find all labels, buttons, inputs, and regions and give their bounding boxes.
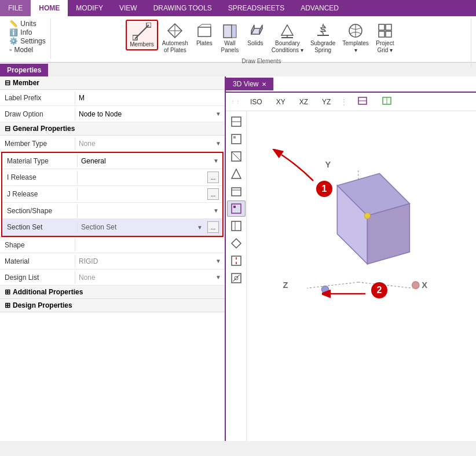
svg-rect-35	[232, 134, 241, 144]
svg-line-7	[175, 24, 182, 31]
i-release-label: I Release	[2, 171, 78, 184]
material-arrow[interactable]: ▼	[215, 258, 221, 264]
view-toolbar: ⋮⋮ ISO XY XZ YZ ⋮	[226, 93, 476, 111]
material-type-arrow[interactable]: ▼	[213, 158, 219, 164]
properties-tab[interactable]: Properties	[0, 64, 48, 76]
left-tool-5[interactable]	[227, 183, 246, 199]
ribbon-model[interactable]: ▫ Model	[9, 46, 33, 54]
ribbon-info[interactable]: ℹ️ Info	[9, 28, 32, 37]
shape-label: Shape	[0, 239, 75, 251]
yz-btn[interactable]: YZ	[317, 97, 335, 107]
general-section-header[interactable]: ⊟ General Properties	[0, 122, 225, 136]
ribbon-units[interactable]: 📏 Units	[9, 20, 36, 28]
left-tool-3[interactable]	[227, 148, 246, 165]
view-panel: 3D View ✕ ⋮⋮ ISO XY XZ YZ ⋮	[226, 76, 476, 441]
3d-view-close[interactable]: ✕	[262, 81, 266, 87]
j-release-ellipsis[interactable]: ...	[207, 188, 219, 200]
member-section-toggle: ⊟	[5, 79, 10, 87]
design-list-arrow[interactable]: ▼	[215, 274, 221, 280]
menu-file[interactable]: FILE	[0, 0, 31, 16]
wallpanels-icon	[221, 21, 239, 40]
frame-view-btn2[interactable]	[377, 95, 397, 108]
design-list-row: Design List None ▼	[0, 269, 225, 286]
svg-text:Y: Y	[325, 160, 331, 169]
automesh-button[interactable]: Automeshof Plates	[159, 20, 191, 56]
left-tool-10[interactable]	[227, 270, 246, 286]
menu-home[interactable]: HOME	[31, 0, 68, 16]
svg-rect-27	[379, 31, 385, 37]
material-type-row: Material Type General ▼	[2, 153, 222, 169]
draw-option-row: Draw Option Node to Node ▼	[0, 106, 225, 122]
svg-rect-43	[233, 206, 236, 208]
xz-btn[interactable]: XZ	[295, 97, 313, 107]
member-type-arrow[interactable]: ▼	[215, 140, 221, 147]
iso-btn[interactable]: ISO	[246, 97, 267, 107]
svg-rect-8	[198, 27, 211, 37]
draw-option-arrow[interactable]: ▼	[215, 111, 221, 117]
left-tool-4[interactable]	[227, 166, 246, 182]
svg-rect-15	[232, 25, 236, 38]
annotation-1-circle: 1	[316, 181, 332, 197]
view-left-toolbar	[226, 111, 247, 441]
menu-modify[interactable]: MODIFY	[68, 0, 111, 16]
menu-view[interactable]: VIEW	[111, 0, 145, 16]
left-tool-1[interactable]	[227, 114, 246, 130]
boundary-conditions-button[interactable]: BoundaryConditions ▾	[269, 20, 306, 56]
label-prefix-row: Label Prefix M	[0, 90, 225, 106]
svg-line-38	[232, 152, 241, 161]
left-tool-9[interactable]	[227, 253, 246, 269]
plates-button[interactable]: Plates	[192, 20, 217, 48]
3d-view-tab[interactable]: 3D View ✕	[226, 78, 274, 90]
member-type-value[interactable]: None ▼	[75, 137, 225, 150]
svg-text:Z: Z	[283, 280, 288, 290]
model-label: Model	[14, 46, 34, 54]
shape-row: Shape	[0, 237, 225, 253]
svg-point-63	[412, 282, 420, 289]
left-tool-8[interactable]	[227, 235, 246, 251]
menu-spreadsheets[interactable]: SPREADSHEETS	[220, 0, 292, 16]
section-shape-value[interactable]: ▼	[78, 205, 222, 216]
section-set-arrow[interactable]: ▼	[197, 224, 203, 231]
wall-panels-button[interactable]: WallPanels	[218, 20, 242, 56]
section-shape-arrow[interactable]: ▼	[213, 207, 219, 214]
j-release-row: J Release ...	[2, 186, 222, 203]
left-tool-7[interactable]	[227, 218, 246, 234]
xy-btn[interactable]: XY	[272, 97, 290, 107]
left-tool-2[interactable]	[227, 131, 246, 147]
i-release-ellipsis[interactable]: ...	[207, 172, 219, 183]
section-set-row: Section Set Section Set ▼ ...	[2, 219, 222, 236]
design-section-header[interactable]: ⊞ Design Properties	[0, 299, 225, 312]
material-value[interactable]: RIGID ▼	[75, 255, 225, 268]
design-section-label: Design Properties	[13, 301, 72, 309]
draw-elements-label: Draw Elements	[242, 56, 281, 65]
dots-separator: ⋮⋮	[230, 99, 241, 104]
member-section-header[interactable]: ⊟ Member	[0, 76, 225, 90]
ribbon-settings[interactable]: ⚙️ Settings	[9, 37, 45, 45]
subgrade-spring-button[interactable]: SubgradeSpring	[307, 20, 338, 56]
additional-section-header[interactable]: ⊞ Additional Properties	[0, 286, 225, 299]
label-prefix-value[interactable]: M	[75, 92, 225, 104]
subgrade-icon	[314, 21, 332, 40]
menu-drawing-tools[interactable]: DRAWING TOOLS	[145, 0, 220, 16]
plates-label: Plates	[196, 40, 213, 46]
annotation-2-group: 2	[371, 282, 387, 298]
material-type-value[interactable]: General ▼	[78, 155, 222, 167]
project-grid-button[interactable]: ProjectGrid ▾	[373, 20, 397, 56]
section-set-value: Section Set ▼ ...	[78, 219, 222, 235]
svg-text:X: X	[422, 280, 427, 290]
design-list-value[interactable]: None ▼	[75, 271, 225, 284]
annotation-2-arrow	[322, 282, 368, 305]
member-section-label: Member	[13, 79, 39, 87]
solids-button[interactable]: Solids	[243, 20, 268, 48]
members-button[interactable]: Members	[126, 20, 158, 50]
svg-rect-40	[232, 188, 241, 196]
left-tool-6[interactable]	[227, 200, 246, 217]
info-label: Info	[20, 28, 32, 37]
section-set-ellipsis[interactable]: ...	[207, 221, 219, 233]
svg-marker-18	[259, 25, 262, 34]
frame-view-btn1[interactable]	[353, 95, 372, 108]
draw-option-value[interactable]: Node to Node ▼	[75, 108, 225, 121]
menu-advanced[interactable]: ADVANCED	[292, 0, 347, 16]
shape-value	[75, 243, 225, 247]
templates-button[interactable]: Templates▾	[339, 20, 372, 56]
